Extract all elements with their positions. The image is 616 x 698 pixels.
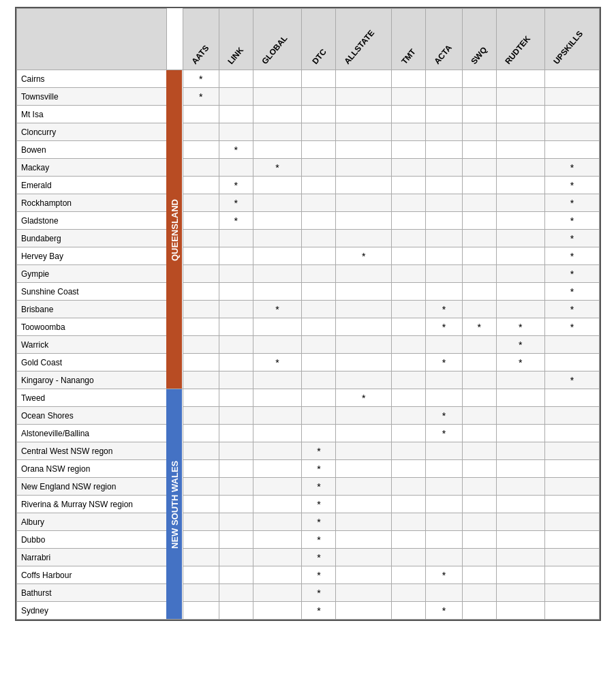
data-cell	[336, 318, 392, 336]
data-cell	[392, 212, 426, 230]
data-cell	[183, 460, 219, 478]
data-cell	[302, 194, 336, 212]
data-cell	[183, 123, 219, 141]
data-cell	[302, 318, 336, 336]
data-cell	[336, 141, 392, 159]
data-cell: *	[219, 212, 253, 230]
data-cell: *	[426, 407, 462, 425]
data-cell	[219, 318, 253, 336]
data-cell	[426, 230, 462, 247]
data-cell	[426, 442, 462, 460]
data-cell	[336, 301, 392, 318]
data-cell	[496, 513, 544, 531]
data-cell	[336, 407, 392, 425]
data-cell	[462, 212, 496, 230]
city-cell: Bowen	[16, 141, 166, 159]
data-cell	[302, 265, 336, 283]
data-cell	[219, 88, 253, 106]
data-cell	[336, 442, 392, 460]
col-header-global: GLOBAL	[253, 9, 302, 70]
data-cell	[544, 513, 599, 531]
data-cell	[219, 425, 253, 442]
data-cell	[219, 247, 253, 265]
col-header-swq: SWQ	[462, 9, 496, 70]
data-cell	[253, 442, 302, 460]
data-cell	[392, 389, 426, 407]
data-cell	[392, 106, 426, 123]
data-cell	[219, 531, 253, 549]
data-cell	[336, 106, 392, 123]
data-cell	[253, 88, 302, 106]
data-cell	[426, 531, 462, 549]
data-cell: *	[544, 247, 599, 265]
data-cell	[544, 584, 599, 602]
data-cell	[392, 566, 426, 584]
data-cell	[392, 230, 426, 247]
table-row: Sydney**	[16, 602, 599, 620]
city-cell: Riverina & Murray NSW region	[16, 496, 166, 513]
data-cell	[392, 354, 426, 371]
data-cell	[336, 159, 392, 177]
table-row: Bundaberg*	[16, 230, 599, 247]
data-cell	[253, 549, 302, 566]
data-cell	[462, 513, 496, 531]
data-cell	[392, 425, 426, 442]
data-cell	[336, 88, 392, 106]
data-cell	[183, 584, 219, 602]
data-cell	[183, 159, 219, 177]
data-cell	[336, 478, 392, 496]
data-cell	[426, 265, 462, 283]
data-cell	[336, 194, 392, 212]
data-cell: *	[496, 336, 544, 354]
data-cell	[302, 247, 336, 265]
data-cell	[544, 496, 599, 513]
data-cell: *	[544, 301, 599, 318]
table-row: Mt Isa	[16, 106, 599, 123]
data-cell	[544, 106, 599, 123]
data-cell	[544, 354, 599, 371]
data-cell	[336, 496, 392, 513]
city-cell: Albury	[16, 513, 166, 531]
city-cell: Orana NSW region	[16, 460, 166, 478]
data-cell	[544, 549, 599, 566]
table-row: Cloncurry	[16, 123, 599, 141]
data-cell	[219, 354, 253, 371]
data-cell	[392, 265, 426, 283]
data-cell	[336, 265, 392, 283]
col-header-upskills: UPSKILLS	[544, 9, 599, 70]
data-cell	[426, 159, 462, 177]
city-cell: Mt Isa	[16, 106, 166, 123]
city-cell: Brisbane	[16, 301, 166, 318]
data-cell: *	[544, 318, 599, 336]
data-cell	[496, 106, 544, 123]
data-cell	[462, 194, 496, 212]
table-row: Rockhampton**	[16, 194, 599, 212]
data-cell	[544, 336, 599, 354]
city-cell: Alstoneville/Ballina	[16, 425, 166, 442]
data-cell	[426, 389, 462, 407]
col-header-link: LINK	[219, 9, 253, 70]
data-cell	[336, 212, 392, 230]
data-cell	[253, 513, 302, 531]
data-cell	[392, 177, 426, 194]
data-cell	[496, 496, 544, 513]
data-cell	[496, 141, 544, 159]
data-cell	[462, 177, 496, 194]
data-cell	[302, 371, 336, 389]
data-cell: *	[219, 141, 253, 159]
data-cell	[392, 371, 426, 389]
data-cell	[253, 265, 302, 283]
data-cell: *	[544, 371, 599, 389]
data-cell	[219, 123, 253, 141]
city-cell: New England NSW region	[16, 478, 166, 496]
data-cell	[392, 283, 426, 301]
data-cell	[392, 123, 426, 141]
data-cell	[392, 194, 426, 212]
data-cell	[219, 159, 253, 177]
data-cell	[426, 70, 462, 88]
table-row: Ocean Shores*	[16, 407, 599, 425]
data-cell	[462, 265, 496, 283]
data-cell	[302, 425, 336, 442]
data-cell	[336, 336, 392, 354]
data-cell	[253, 478, 302, 496]
